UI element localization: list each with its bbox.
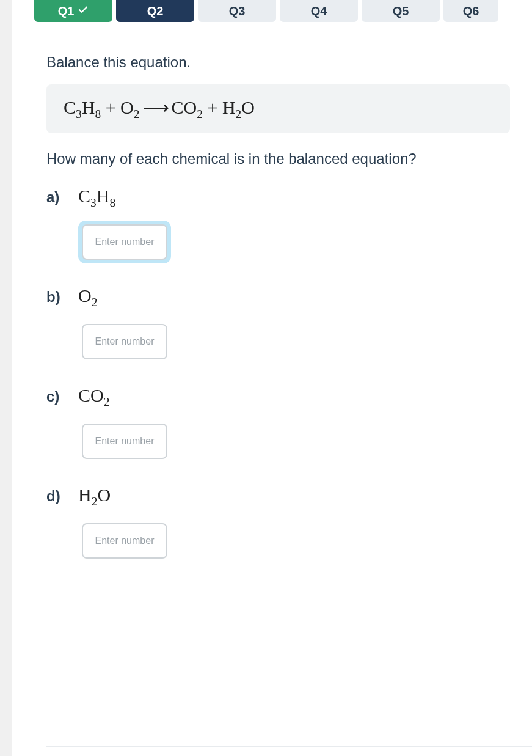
tab-q4[interactable]: Q4 [280, 0, 358, 22]
part-a: a) C3H8 [46, 186, 510, 263]
chem-sub: 2 [92, 296, 98, 309]
part-label: d) [46, 488, 67, 505]
tab-q3[interactable]: Q3 [198, 0, 276, 22]
part-c: c) CO2 [46, 385, 510, 463]
eq-sub: 8 [95, 108, 101, 120]
part-label: c) [46, 388, 67, 405]
question-tabs: Q1 Q2 Q3 Q4 Q5 Q6 [12, 0, 532, 22]
answer-input-c[interactable] [82, 424, 167, 459]
part-b: b) O2 [46, 285, 510, 363]
input-wrap [78, 320, 171, 363]
eq-term: H [222, 97, 236, 117]
chem-sub: 8 [109, 196, 115, 209]
chem-term: C [78, 186, 90, 206]
chem-term: O [78, 285, 92, 306]
chem-sub: 2 [92, 495, 98, 508]
tab-q2[interactable]: Q2 [116, 0, 194, 22]
chem-sub: 3 [90, 196, 97, 209]
tab-q1[interactable]: Q1 [34, 0, 112, 22]
input-wrap [78, 519, 171, 562]
part-formula: O2 [78, 285, 97, 309]
part-formula: C3H8 [78, 186, 115, 210]
tab-label: Q6 [463, 4, 479, 18]
input-focus-ring [78, 221, 171, 263]
eq-term: O [241, 97, 255, 117]
question-content: Balance this equation. C3H8 + O2 ⟶ CO2 +… [12, 22, 532, 562]
part-d: d) H2O [46, 485, 510, 562]
tab-q5[interactable]: Q5 [362, 0, 440, 22]
part-formula: H2O [78, 485, 111, 508]
question-page: Q1 Q2 Q3 Q4 Q5 Q6 Balance this equation.… [12, 0, 532, 756]
eq-term: CO [172, 97, 197, 117]
eq-sub: 2 [134, 108, 140, 120]
answer-input-b[interactable] [82, 324, 167, 359]
eq-plus: + [101, 97, 120, 117]
tab-label: Q2 [147, 4, 164, 18]
tab-label: Q1 [58, 4, 75, 18]
eq-term: H [82, 97, 95, 117]
arrow-icon: ⟶ [140, 97, 172, 117]
tab-q6[interactable]: Q6 [443, 0, 498, 22]
tab-label: Q5 [393, 4, 409, 18]
eq-plus: + [203, 97, 222, 117]
chem-term: O [97, 485, 111, 505]
bottom-divider [46, 746, 532, 747]
answer-input-d[interactable] [82, 523, 167, 559]
eq-sub: 3 [76, 108, 82, 120]
eq-sub: 2 [236, 108, 242, 120]
part-heading: a) C3H8 [46, 186, 510, 210]
part-heading: d) H2O [46, 485, 510, 508]
chem-term: CO [78, 385, 104, 405]
question-subprompt: How many of each chemical is in the bala… [46, 150, 510, 167]
part-formula: CO2 [78, 385, 109, 409]
equation-display: C3H8 + O2 ⟶ CO2 + H2O [46, 84, 510, 133]
check-icon [78, 4, 89, 18]
eq-sub: 2 [197, 108, 203, 120]
tab-label: Q3 [229, 4, 246, 18]
part-label: b) [46, 288, 67, 306]
part-label: a) [46, 189, 67, 206]
part-heading: b) O2 [46, 285, 510, 309]
eq-term: C [64, 97, 76, 117]
answer-input-a[interactable] [82, 224, 167, 260]
part-heading: c) CO2 [46, 385, 510, 409]
input-wrap [78, 420, 171, 463]
chem-sub: 2 [104, 395, 110, 408]
chem-term: H [97, 186, 110, 206]
chem-term: H [78, 485, 92, 505]
question-prompt: Balance this equation. [46, 54, 510, 71]
tab-label: Q4 [311, 4, 327, 18]
eq-term: O [120, 97, 134, 117]
